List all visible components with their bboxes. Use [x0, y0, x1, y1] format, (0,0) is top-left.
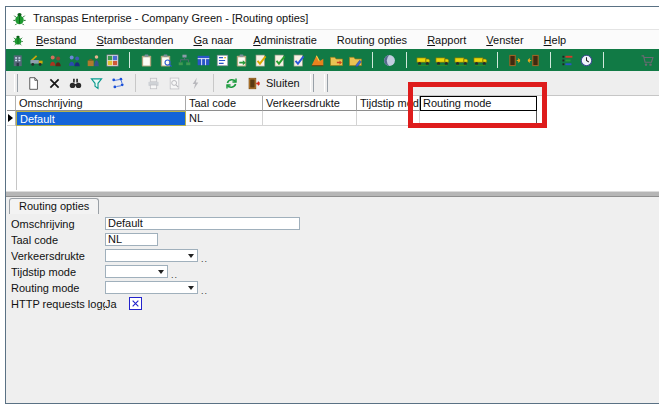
grid-indicator-line [16, 126, 17, 190]
column-header-omschrijving[interactable]: Omschrijving [16, 96, 186, 111]
status-list-icon[interactable] [560, 53, 575, 68]
menu-item-routing-opties[interactable]: Routing opties [327, 34, 417, 46]
door-glyph [526, 53, 541, 68]
fleet-truck-icon[interactable] [29, 53, 44, 68]
tijdstip-mode-lookup-button[interactable]: .. [171, 270, 178, 280]
night-planning-icon[interactable] [382, 53, 397, 68]
search-button[interactable] [66, 74, 85, 93]
tab-strip: Routing opties [6, 197, 659, 214]
clock-icon[interactable] [579, 53, 594, 68]
chevron-down-icon[interactable] [188, 286, 194, 290]
taal-code-field[interactable]: NL [105, 233, 158, 246]
toolbar-separator [372, 52, 373, 68]
truck-status-3-icon[interactable] [454, 53, 469, 68]
refresh-glyph [224, 76, 239, 91]
clipboard-forward-glyph [234, 53, 249, 68]
new-record-button[interactable] [24, 74, 43, 93]
toolbar-grip[interactable] [14, 74, 18, 92]
close-window-label: Sluiten [266, 77, 300, 89]
app-window: Transpas Enterprise - Company Green - [R… [5, 6, 659, 404]
lightning-glyph [188, 76, 203, 91]
folder-edit-icon[interactable] [348, 53, 363, 68]
table-blue-glyph [196, 53, 211, 68]
order-search-icon[interactable] [158, 53, 173, 68]
folder-arrow-glyph [329, 53, 344, 68]
menu-item-bestand[interactable]: Bestand [26, 34, 86, 46]
order-forward-icon[interactable] [234, 53, 249, 68]
sort-dots-glyph [110, 76, 125, 91]
tab-routing-opties[interactable]: Routing opties [9, 198, 99, 214]
person-box-glyph [86, 53, 101, 68]
chart-area-glyph [310, 53, 325, 68]
toolbar-grip[interactable] [324, 74, 328, 92]
door-out-icon[interactable] [526, 53, 541, 68]
refresh-button[interactable] [222, 74, 241, 93]
cart-glyph [640, 53, 655, 68]
field-row-routing-mode: Routing mode.. [11, 280, 659, 295]
menu-item-rapport[interactable]: Rapport [417, 34, 476, 46]
app-logo-icon [12, 11, 27, 26]
cell-taal-code[interactable]: NL [186, 111, 263, 126]
verkeersdrukte-combo[interactable] [105, 249, 198, 262]
contacts-red-icon[interactable] [48, 53, 63, 68]
filter-button[interactable] [87, 74, 106, 93]
sort-button[interactable] [108, 74, 127, 93]
list-view-icon[interactable] [215, 53, 230, 68]
menu-item-administratie[interactable]: Administratie [243, 34, 327, 46]
folder-export-icon[interactable] [329, 53, 344, 68]
printer-glyph [146, 76, 161, 91]
company-icon[interactable] [10, 53, 25, 68]
menu-items: BestandStambestandenGa naarAdministratie… [26, 34, 576, 46]
system-menu-icon[interactable] [12, 34, 24, 46]
toolbar-separator [135, 74, 136, 92]
truck-status-2-icon[interactable] [435, 53, 450, 68]
structure-icon[interactable] [177, 53, 192, 68]
clock-glyph [579, 53, 594, 68]
table-view-icon[interactable] [196, 53, 211, 68]
omschrijving-field[interactable]: Default [105, 217, 300, 230]
field-row-omschrijving: OmschrijvingDefault [11, 216, 659, 231]
column-header-taal-code[interactable]: Taal code [186, 96, 263, 111]
http-requests-loggen-checkbox[interactable] [129, 297, 142, 310]
menu-item-ga-naar[interactable]: Ga naar [183, 34, 243, 46]
orders-clipboard-icon[interactable] [139, 53, 154, 68]
statistics-icon[interactable] [310, 53, 325, 68]
door-in-icon[interactable] [507, 53, 522, 68]
cart-icon[interactable] [640, 53, 655, 68]
print-preview-button [165, 74, 184, 93]
menu-item-venster[interactable]: Venster [476, 34, 533, 46]
task-check-b-glyph [291, 53, 306, 68]
task-check-blue-icon[interactable] [291, 53, 306, 68]
close-window-button[interactable]: Sluiten [243, 74, 304, 93]
cell-verkeersdrukte[interactable] [263, 111, 357, 126]
http-requests-loggen-value: Ja [105, 298, 129, 310]
planning-board-icon[interactable] [105, 53, 120, 68]
chevron-down-icon[interactable] [188, 254, 194, 258]
routing-mode-lookup-button[interactable]: .. [201, 286, 208, 296]
field-row-tijdstip-mode: Tijdstip mode.. [11, 264, 659, 279]
truck-status-4-icon[interactable] [473, 53, 488, 68]
tijdstip-mode-combo[interactable] [105, 265, 168, 278]
chevron-down-icon[interactable] [158, 270, 164, 274]
employees-icon[interactable] [67, 53, 82, 68]
task-check-yellow-icon[interactable] [253, 53, 268, 68]
row-indicator-header [7, 96, 16, 111]
cell-omschrijving[interactable]: Default [16, 111, 186, 126]
menu-item-stambestanden[interactable]: Stambestanden [86, 34, 183, 46]
menu-item-help[interactable]: Help [534, 34, 577, 46]
data-grid: OmschrijvingTaal codeVerkeersdrukteTijds… [6, 95, 659, 191]
verkeersdrukte-lookup-button[interactable]: .. [201, 254, 208, 264]
status-list-glyph [560, 53, 575, 68]
table-row[interactable]: DefaultNL [6, 111, 659, 126]
delete-record-button[interactable] [45, 74, 64, 93]
task-check-y-glyph [253, 53, 268, 68]
toolbar-grip[interactable] [310, 74, 314, 92]
routing-mode-combo[interactable] [105, 281, 198, 294]
people-red-glyph [48, 53, 63, 68]
sub-toolbar: Sluiten [6, 71, 659, 95]
field-row-taal-code: Taal codeNL [11, 232, 659, 247]
task-check-green-icon[interactable] [272, 53, 287, 68]
truck-status-1-icon[interactable] [416, 53, 431, 68]
column-header-verkeersdrukte[interactable]: Verkeersdrukte [263, 96, 357, 111]
shipper-icon[interactable] [86, 53, 101, 68]
